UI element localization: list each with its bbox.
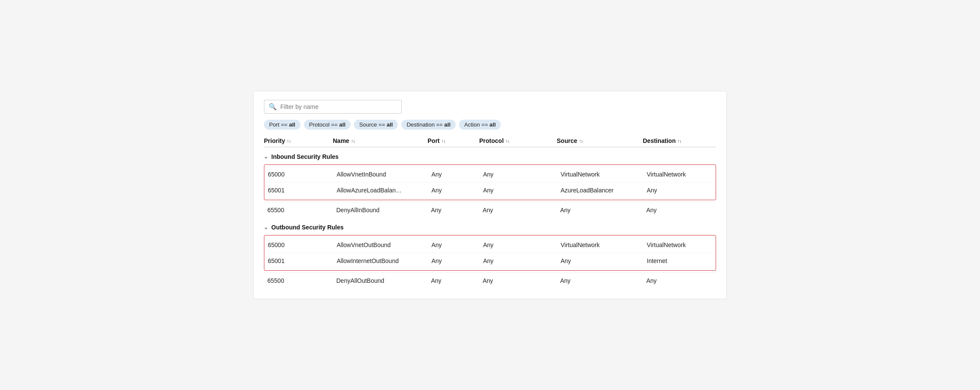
cell-protocol: Any [483, 241, 561, 248]
cell-priority: 65001 [268, 187, 337, 194]
cell-name: AllowVnetOutBound [337, 241, 431, 248]
cell-priority: 65001 [268, 257, 337, 264]
chevron-inbound: ⌄ [264, 154, 268, 160]
highlighted-group-outbound: 65000 AllowVnetOutBound Any Any VirtualN… [264, 235, 716, 271]
protocol-pill[interactable]: Protocol == all [304, 120, 351, 130]
cell-port: Any [431, 187, 483, 194]
cell-port: Any [431, 207, 483, 214]
cell-name: AllowAzureLoadBalan… [337, 187, 431, 194]
col-port[interactable]: Port ↑↓ [428, 137, 479, 144]
cell-priority: 65000 [268, 171, 337, 178]
port-pill[interactable]: Port == all [264, 120, 301, 130]
cell-destination: Internet [647, 257, 741, 264]
destination-pill[interactable]: Destination == all [401, 120, 456, 130]
filter-pills: Port == allProtocol == allSource == allD… [264, 120, 716, 130]
chevron-outbound: ⌄ [264, 225, 268, 230]
col-name[interactable]: Name ↑↓ [333, 137, 428, 144]
cell-protocol: Any [483, 171, 561, 178]
col-protocol[interactable]: Protocol ↑↓ [479, 137, 557, 144]
cell-name: AllowInternetOutBound [337, 257, 431, 264]
col-destination[interactable]: Destination ↑↓ [643, 137, 738, 144]
cell-priority: 65000 [268, 241, 337, 248]
search-input[interactable] [280, 103, 397, 110]
cell-destination: Any [647, 187, 741, 194]
col-priority[interactable]: Priority ↑↓ [264, 137, 333, 144]
table-header: Priority ↑↓ Name ↑↓ Port ↑↓ Protocol ↑↓ … [264, 137, 716, 147]
table-row[interactable]: 65000 AllowVnetInBound Any Any VirtualNe… [268, 167, 712, 182]
section-label-outbound: Outbound Security Rules [271, 224, 344, 231]
sort-port-icon[interactable]: ↑↓ [441, 138, 445, 143]
cell-source: VirtualNetwork [561, 241, 647, 248]
cell-destination: Any [646, 207, 741, 214]
cell-source: AzureLoadBalancer [561, 187, 647, 194]
sort-name-icon[interactable]: ↑↓ [351, 138, 355, 143]
table-row[interactable]: 65500 DenyAllOutBound Any Any Any Any [264, 272, 716, 288]
cell-port: Any [431, 171, 483, 178]
table-row[interactable]: 65001 AllowInternetOutBound Any Any Any … [268, 253, 712, 269]
cell-protocol: Any [483, 207, 560, 214]
cell-protocol: Any [483, 187, 561, 194]
col-source[interactable]: Source ↑↓ [557, 137, 643, 144]
cell-destination: VirtualNetwork [647, 171, 741, 178]
search-bar[interactable]: 🔍 [264, 100, 402, 114]
section-outbound[interactable]: ⌄ Outbound Security Rules [264, 220, 716, 233]
cell-port: Any [431, 277, 483, 284]
table-row[interactable]: 65000 AllowVnetOutBound Any Any VirtualN… [268, 237, 712, 253]
cell-destination: VirtualNetwork [647, 241, 741, 248]
main-container: 🔍 Port == allProtocol == allSource == al… [253, 91, 727, 299]
cell-port: Any [431, 257, 483, 264]
cell-name: DenyAllInBound [336, 207, 431, 214]
cell-destination: Any [646, 277, 741, 284]
cell-priority: 65500 [267, 277, 336, 284]
table-body: ⌄ Inbound Security Rules 65000 AllowVnet… [264, 150, 716, 288]
sort-protocol-icon[interactable]: ↑↓ [506, 138, 509, 143]
section-label-inbound: Inbound Security Rules [271, 153, 338, 160]
cell-name: DenyAllOutBound [336, 277, 431, 284]
cell-name: AllowVnetInBound [337, 171, 431, 178]
cell-source: VirtualNetwork [561, 171, 647, 178]
cell-port: Any [431, 241, 483, 248]
search-icon: 🔍 [269, 103, 277, 111]
sort-destination-icon[interactable]: ↑↓ [677, 138, 681, 143]
cell-protocol: Any [483, 257, 561, 264]
table-row[interactable]: 65500 DenyAllInBound Any Any Any Any [264, 202, 716, 218]
table-row[interactable]: 65001 AllowAzureLoadBalan… Any Any Azure… [268, 182, 712, 198]
cell-source: Any [561, 257, 647, 264]
sort-source-icon[interactable]: ↑↓ [579, 138, 583, 143]
cell-priority: 65500 [267, 207, 336, 214]
cell-source: Any [560, 207, 646, 214]
cell-source: Any [560, 277, 646, 284]
table: Priority ↑↓ Name ↑↓ Port ↑↓ Protocol ↑↓ … [264, 137, 716, 288]
section-inbound[interactable]: ⌄ Inbound Security Rules [264, 150, 716, 163]
cell-protocol: Any [483, 277, 560, 284]
source-pill[interactable]: Source == all [354, 120, 398, 130]
highlighted-group-inbound: 65000 AllowVnetInBound Any Any VirtualNe… [264, 164, 716, 200]
action-pill[interactable]: Action == all [459, 120, 501, 130]
sort-priority-icon[interactable]: ↑↓ [287, 138, 291, 143]
